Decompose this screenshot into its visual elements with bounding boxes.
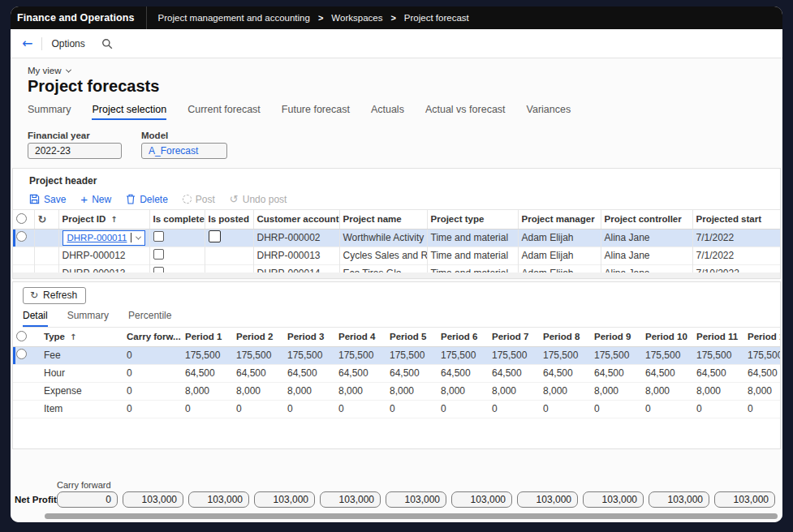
column-header-carry-forw[interactable]: Carry forw...	[123, 328, 182, 346]
delete-button[interactable]: Delete	[126, 194, 168, 205]
cell-period-3[interactable]: 0	[284, 400, 335, 418]
cell-project-manager[interactable]: Adam Elijah	[518, 264, 601, 272]
cell-period-1[interactable]: 8,000	[182, 382, 233, 400]
cell-period-12[interactable]: 8,000	[744, 382, 780, 400]
column-header-period-8[interactable]: Period 8	[540, 328, 591, 346]
tab-percentile[interactable]: Percentile	[128, 310, 171, 327]
cell-period-6[interactable]: 64,500	[437, 364, 489, 382]
cell-period-12[interactable]: 64,500	[744, 364, 780, 382]
financial-year-input[interactable]: 2022-23	[28, 143, 122, 159]
tab-project-selection[interactable]: Project selection	[92, 104, 166, 120]
cell-period-5[interactable]: 8,000	[386, 382, 437, 400]
sync-grid-icon[interactable]: ↻	[38, 213, 47, 225]
cell-period-7[interactable]: 8,000	[489, 382, 540, 400]
cell-customer-account[interactable]: DHRP-000013	[253, 247, 339, 264]
column-header-period-3[interactable]: Period 3	[284, 328, 335, 346]
cell-projected-start[interactable]: 7/1/2022	[692, 229, 780, 247]
cell-is-posted[interactable]	[205, 229, 253, 247]
cell-period-11[interactable]: 8,000	[693, 382, 744, 400]
cell-project-name[interactable]: Cycles Sales and Repair	[339, 247, 427, 264]
new-button[interactable]: + New	[80, 193, 111, 205]
cell-period-3[interactable]: 8,000	[284, 382, 335, 400]
table-row[interactable]: DHRP-000012DHRP-000013Cycles Sales and R…	[13, 247, 780, 264]
column-header-is-posted[interactable]: Is posted	[205, 210, 253, 229]
cell-period-4[interactable]: 0	[335, 400, 386, 418]
cell-period-3[interactable]: 175,500	[284, 346, 335, 364]
cell-project-id[interactable]: DHRP-000011	[58, 229, 149, 247]
cell-projected-start[interactable]: 7/10/2022	[692, 264, 780, 272]
cell-period-7[interactable]: 0	[489, 400, 540, 418]
cell-project-id[interactable]: DHRP-000013	[58, 264, 149, 272]
cell-period-1[interactable]: 0	[182, 400, 233, 418]
tab-actuals[interactable]: Actuals	[371, 104, 404, 120]
column-header-period-9[interactable]: Period 9	[591, 328, 642, 346]
table-row[interactable]: Expense08,0008,0008,0008,0008,0008,0008,…	[13, 382, 780, 400]
column-header-project-controller[interactable]: Project controller	[601, 210, 692, 229]
options-menu[interactable]: Options	[51, 38, 84, 49]
table-row[interactable]: DHRP-000013DHRP-000014Eco Tires Glo...Ti…	[13, 264, 780, 272]
cell-period-11[interactable]: 0	[693, 400, 744, 418]
table-row[interactable]: DHRP-000011DHRP-000002Worthwhile Activit…	[13, 229, 780, 247]
breadcrumb-workspaces[interactable]: Workspaces	[331, 13, 382, 23]
cell-is-posted[interactable]	[205, 264, 253, 272]
cell-period-6[interactable]: 8,000	[437, 382, 489, 400]
column-header-period-1[interactable]: Period 1	[182, 328, 233, 346]
cell-is-complete[interactable]	[149, 264, 205, 272]
cell-period-10[interactable]: 0	[642, 400, 693, 418]
column-header-project-type[interactable]: Project type	[427, 210, 518, 229]
cell-period-10[interactable]: 64,500	[642, 364, 693, 382]
tab-summary[interactable]: Summary	[28, 104, 71, 120]
cell-period-3[interactable]: 64,500	[284, 364, 335, 382]
tab-actual-vs-forecast[interactable]: Actual vs forecast	[425, 104, 506, 120]
column-header-is-complete[interactable]: Is complete	[149, 210, 205, 229]
cell-period-9[interactable]: 0	[591, 400, 642, 418]
tab-future-forecast[interactable]: Future forecast	[282, 104, 350, 120]
column-header-project-name[interactable]: Project name	[339, 210, 427, 229]
column-header-period-10[interactable]: Period 10	[642, 328, 693, 346]
is-complete-checkbox[interactable]	[153, 267, 164, 272]
search-icon[interactable]	[101, 38, 113, 49]
cell-period-4[interactable]: 175,500	[335, 346, 386, 364]
post-button[interactable]: Post	[183, 194, 215, 205]
chevron-down-icon[interactable]	[136, 234, 141, 239]
cell-projected-start[interactable]: 7/1/2022	[692, 247, 780, 264]
project-id-link[interactable]: DHRP-000011	[67, 233, 127, 242]
cell-project-manager[interactable]: Adam Elijah	[518, 247, 601, 264]
cell-project-id[interactable]: DHRP-000012	[58, 247, 149, 264]
is-complete-checkbox[interactable]	[153, 231, 164, 242]
cell-project-name[interactable]: Eco Tires Glo...	[339, 264, 427, 272]
column-header-period-4[interactable]: Period 4	[335, 328, 386, 346]
save-button[interactable]: Save	[29, 194, 66, 205]
cell-project-controller[interactable]: Alina Jane	[601, 264, 692, 272]
column-header-period-2[interactable]: Period 2	[233, 328, 284, 346]
cell-period-6[interactable]: 175,500	[437, 346, 489, 364]
cell-carry-forward[interactable]: 0	[123, 346, 182, 364]
cell-project-type[interactable]: Time and material	[427, 229, 518, 247]
table-row[interactable]: Fee0175,500175,500175,500175,500175,5001…	[13, 346, 780, 364]
project-id-combobox[interactable]: DHRP-000011	[62, 230, 146, 246]
cell-period-8[interactable]: 0	[540, 400, 591, 418]
column-header-period-12[interactable]: Period 12	[744, 328, 780, 346]
cell-project-type[interactable]: Time and material	[427, 247, 518, 264]
cell-period-5[interactable]: 175,500	[386, 346, 437, 364]
cell-customer-account[interactable]: DHRP-000002	[253, 229, 339, 247]
cell-period-8[interactable]: 8,000	[540, 382, 591, 400]
cell-project-name[interactable]: Worthwhile Activity St...	[339, 229, 427, 247]
cell-period-8[interactable]: 64,500	[540, 364, 591, 382]
cell-project-manager[interactable]: Adam Elijah	[518, 229, 601, 247]
cell-period-9[interactable]: 64,500	[591, 364, 642, 382]
cell-type[interactable]: Item	[41, 400, 123, 418]
cell-period-10[interactable]: 175,500	[642, 346, 693, 364]
column-header-project-manager[interactable]: Project manager	[518, 210, 601, 229]
refresh-button[interactable]: ↻ Refresh	[23, 287, 86, 304]
cell-period-1[interactable]: 64,500	[182, 364, 233, 382]
tab-detail-summary[interactable]: Summary	[67, 310, 109, 327]
undo-post-button[interactable]: ↺ Undo post	[230, 194, 287, 205]
cell-period-5[interactable]: 0	[386, 400, 437, 418]
table-row[interactable]: Item0000000000000	[13, 400, 780, 418]
column-header-customer-account[interactable]: Customer account	[253, 210, 339, 229]
cell-period-6[interactable]: 0	[437, 400, 489, 418]
cell-type[interactable]: Expense	[41, 382, 123, 400]
row-select-radio[interactable]	[16, 349, 27, 359]
tab-current-forecast[interactable]: Current forecast	[187, 104, 261, 120]
